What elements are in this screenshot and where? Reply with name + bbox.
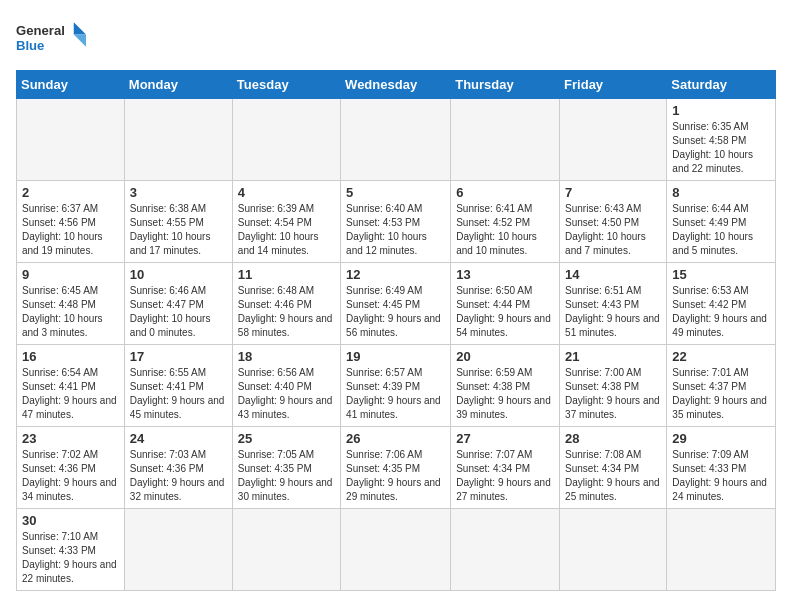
day-info: Sunrise: 7:08 AM Sunset: 4:34 PM Dayligh… xyxy=(565,448,661,504)
day-number: 26 xyxy=(346,431,445,446)
day-number: 17 xyxy=(130,349,227,364)
calendar-cell: 16Sunrise: 6:54 AM Sunset: 4:41 PM Dayli… xyxy=(17,345,125,427)
day-info: Sunrise: 7:06 AM Sunset: 4:35 PM Dayligh… xyxy=(346,448,445,504)
day-number: 10 xyxy=(130,267,227,282)
weekday-header-thursday: Thursday xyxy=(451,71,560,99)
day-number: 21 xyxy=(565,349,661,364)
day-number: 15 xyxy=(672,267,770,282)
day-number: 9 xyxy=(22,267,119,282)
day-number: 12 xyxy=(346,267,445,282)
day-info: Sunrise: 6:38 AM Sunset: 4:55 PM Dayligh… xyxy=(130,202,227,258)
day-info: Sunrise: 6:56 AM Sunset: 4:40 PM Dayligh… xyxy=(238,366,335,422)
calendar-cell xyxy=(232,99,340,181)
day-number: 8 xyxy=(672,185,770,200)
logo-svg: General Blue xyxy=(16,16,86,60)
day-number: 2 xyxy=(22,185,119,200)
calendar-cell: 1Sunrise: 6:35 AM Sunset: 4:58 PM Daylig… xyxy=(667,99,776,181)
logo: General Blue xyxy=(16,16,86,60)
calendar-cell: 21Sunrise: 7:00 AM Sunset: 4:38 PM Dayli… xyxy=(560,345,667,427)
calendar-cell: 12Sunrise: 6:49 AM Sunset: 4:45 PM Dayli… xyxy=(341,263,451,345)
calendar-cell: 8Sunrise: 6:44 AM Sunset: 4:49 PM Daylig… xyxy=(667,181,776,263)
day-info: Sunrise: 6:44 AM Sunset: 4:49 PM Dayligh… xyxy=(672,202,770,258)
weekday-header-wednesday: Wednesday xyxy=(341,71,451,99)
calendar-cell xyxy=(667,509,776,591)
day-info: Sunrise: 6:35 AM Sunset: 4:58 PM Dayligh… xyxy=(672,120,770,176)
calendar-cell: 13Sunrise: 6:50 AM Sunset: 4:44 PM Dayli… xyxy=(451,263,560,345)
day-number: 4 xyxy=(238,185,335,200)
day-info: Sunrise: 7:00 AM Sunset: 4:38 PM Dayligh… xyxy=(565,366,661,422)
day-info: Sunrise: 6:54 AM Sunset: 4:41 PM Dayligh… xyxy=(22,366,119,422)
weekday-header-saturday: Saturday xyxy=(667,71,776,99)
calendar-cell xyxy=(232,509,340,591)
day-info: Sunrise: 7:07 AM Sunset: 4:34 PM Dayligh… xyxy=(456,448,554,504)
calendar-week-row: 30Sunrise: 7:10 AM Sunset: 4:33 PM Dayli… xyxy=(17,509,776,591)
calendar-cell xyxy=(17,99,125,181)
day-number: 7 xyxy=(565,185,661,200)
day-number: 5 xyxy=(346,185,445,200)
day-info: Sunrise: 6:48 AM Sunset: 4:46 PM Dayligh… xyxy=(238,284,335,340)
calendar-cell: 27Sunrise: 7:07 AM Sunset: 4:34 PM Dayli… xyxy=(451,427,560,509)
page-header: General Blue xyxy=(16,16,776,60)
calendar-cell: 6Sunrise: 6:41 AM Sunset: 4:52 PM Daylig… xyxy=(451,181,560,263)
day-number: 29 xyxy=(672,431,770,446)
calendar-cell: 11Sunrise: 6:48 AM Sunset: 4:46 PM Dayli… xyxy=(232,263,340,345)
calendar-cell xyxy=(124,509,232,591)
calendar-cell xyxy=(341,509,451,591)
calendar-cell: 10Sunrise: 6:46 AM Sunset: 4:47 PM Dayli… xyxy=(124,263,232,345)
calendar-week-row: 9Sunrise: 6:45 AM Sunset: 4:48 PM Daylig… xyxy=(17,263,776,345)
calendar-table: SundayMondayTuesdayWednesdayThursdayFrid… xyxy=(16,70,776,591)
calendar-week-row: 23Sunrise: 7:02 AM Sunset: 4:36 PM Dayli… xyxy=(17,427,776,509)
calendar-week-row: 1Sunrise: 6:35 AM Sunset: 4:58 PM Daylig… xyxy=(17,99,776,181)
day-info: Sunrise: 7:01 AM Sunset: 4:37 PM Dayligh… xyxy=(672,366,770,422)
day-info: Sunrise: 7:09 AM Sunset: 4:33 PM Dayligh… xyxy=(672,448,770,504)
calendar-cell: 18Sunrise: 6:56 AM Sunset: 4:40 PM Dayli… xyxy=(232,345,340,427)
calendar-header-row: SundayMondayTuesdayWednesdayThursdayFrid… xyxy=(17,71,776,99)
day-info: Sunrise: 6:41 AM Sunset: 4:52 PM Dayligh… xyxy=(456,202,554,258)
day-number: 13 xyxy=(456,267,554,282)
calendar-cell: 30Sunrise: 7:10 AM Sunset: 4:33 PM Dayli… xyxy=(17,509,125,591)
day-number: 3 xyxy=(130,185,227,200)
calendar-cell: 3Sunrise: 6:38 AM Sunset: 4:55 PM Daylig… xyxy=(124,181,232,263)
calendar-cell: 22Sunrise: 7:01 AM Sunset: 4:37 PM Dayli… xyxy=(667,345,776,427)
calendar-week-row: 2Sunrise: 6:37 AM Sunset: 4:56 PM Daylig… xyxy=(17,181,776,263)
day-info: Sunrise: 6:51 AM Sunset: 4:43 PM Dayligh… xyxy=(565,284,661,340)
day-number: 20 xyxy=(456,349,554,364)
day-number: 23 xyxy=(22,431,119,446)
day-info: Sunrise: 6:45 AM Sunset: 4:48 PM Dayligh… xyxy=(22,284,119,340)
calendar-cell: 24Sunrise: 7:03 AM Sunset: 4:36 PM Dayli… xyxy=(124,427,232,509)
day-info: Sunrise: 6:59 AM Sunset: 4:38 PM Dayligh… xyxy=(456,366,554,422)
calendar-cell: 4Sunrise: 6:39 AM Sunset: 4:54 PM Daylig… xyxy=(232,181,340,263)
day-info: Sunrise: 6:46 AM Sunset: 4:47 PM Dayligh… xyxy=(130,284,227,340)
day-info: Sunrise: 6:57 AM Sunset: 4:39 PM Dayligh… xyxy=(346,366,445,422)
weekday-header-tuesday: Tuesday xyxy=(232,71,340,99)
day-number: 24 xyxy=(130,431,227,446)
calendar-cell: 15Sunrise: 6:53 AM Sunset: 4:42 PM Dayli… xyxy=(667,263,776,345)
weekday-header-monday: Monday xyxy=(124,71,232,99)
calendar-cell: 19Sunrise: 6:57 AM Sunset: 4:39 PM Dayli… xyxy=(341,345,451,427)
day-number: 22 xyxy=(672,349,770,364)
day-info: Sunrise: 6:53 AM Sunset: 4:42 PM Dayligh… xyxy=(672,284,770,340)
day-info: Sunrise: 7:02 AM Sunset: 4:36 PM Dayligh… xyxy=(22,448,119,504)
calendar-cell xyxy=(124,99,232,181)
day-info: Sunrise: 6:49 AM Sunset: 4:45 PM Dayligh… xyxy=(346,284,445,340)
calendar-cell: 26Sunrise: 7:06 AM Sunset: 4:35 PM Dayli… xyxy=(341,427,451,509)
day-number: 14 xyxy=(565,267,661,282)
calendar-week-row: 16Sunrise: 6:54 AM Sunset: 4:41 PM Dayli… xyxy=(17,345,776,427)
day-info: Sunrise: 6:40 AM Sunset: 4:53 PM Dayligh… xyxy=(346,202,445,258)
calendar-cell: 9Sunrise: 6:45 AM Sunset: 4:48 PM Daylig… xyxy=(17,263,125,345)
day-number: 30 xyxy=(22,513,119,528)
weekday-header-sunday: Sunday xyxy=(17,71,125,99)
day-info: Sunrise: 6:43 AM Sunset: 4:50 PM Dayligh… xyxy=(565,202,661,258)
calendar-cell: 7Sunrise: 6:43 AM Sunset: 4:50 PM Daylig… xyxy=(560,181,667,263)
day-number: 6 xyxy=(456,185,554,200)
calendar-cell: 5Sunrise: 6:40 AM Sunset: 4:53 PM Daylig… xyxy=(341,181,451,263)
svg-text:Blue: Blue xyxy=(16,38,44,53)
calendar-cell: 29Sunrise: 7:09 AM Sunset: 4:33 PM Dayli… xyxy=(667,427,776,509)
day-number: 16 xyxy=(22,349,119,364)
calendar-cell xyxy=(560,509,667,591)
weekday-header-friday: Friday xyxy=(560,71,667,99)
day-number: 1 xyxy=(672,103,770,118)
calendar-cell xyxy=(341,99,451,181)
day-number: 18 xyxy=(238,349,335,364)
calendar-cell xyxy=(451,509,560,591)
